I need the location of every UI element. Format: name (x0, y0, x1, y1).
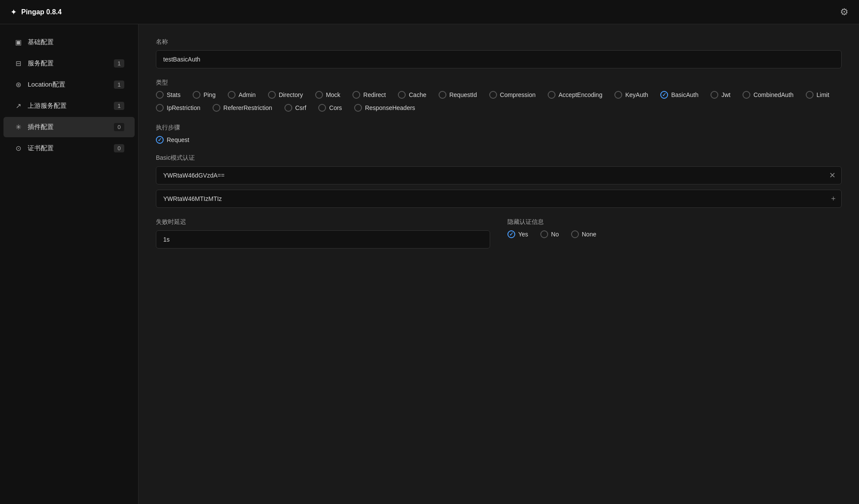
type-radio-label-ping: Ping (203, 91, 216, 98)
type-radio-label-responseheaders: ResponseHeaders (365, 104, 415, 111)
type-radio-cache[interactable] (398, 91, 406, 99)
type-radio-stats[interactable] (156, 91, 164, 99)
type-radio-jwt[interactable] (710, 91, 718, 99)
sidebar-label-cert: 证书配置 (28, 144, 54, 152)
type-radio-requestid[interactable] (439, 91, 446, 99)
type-radio-redirect[interactable] (352, 91, 360, 99)
auth-input-1-wrapper: ✕ (156, 166, 842, 184)
type-radio-item-basicauth[interactable]: BasicAuth (660, 91, 698, 99)
type-radio-label-combinedauth: CombinedAuth (753, 91, 794, 98)
type-radio-item-mock[interactable]: Mock (315, 91, 340, 99)
hide-auth-radio-label-none: None (582, 231, 596, 238)
settings-icon[interactable]: ⚙ (840, 6, 849, 18)
app-title: Pingap 0.8.4 (21, 8, 61, 16)
hide-auth-radio-none[interactable] (571, 230, 579, 238)
type-radio-label-limit: Limit (817, 91, 830, 98)
type-radio-refererrestriction[interactable] (213, 104, 220, 112)
sidebar-label-basic: 基础配置 (28, 38, 54, 46)
type-radio-item-stats[interactable]: Stats (156, 91, 181, 99)
type-radio-item-cors[interactable]: Cors (318, 104, 342, 112)
type-radio-item-limit[interactable]: Limit (806, 91, 830, 99)
type-radio-keyauth[interactable] (614, 91, 622, 99)
auth-add-button[interactable]: + (831, 194, 836, 204)
type-radio-item-iprestriction[interactable]: IpRestriction (156, 104, 200, 112)
type-radio-label-cors: Cors (329, 104, 342, 111)
type-radio-ping[interactable] (193, 91, 200, 99)
sidebar-icon-location: ⊛ (14, 81, 23, 89)
type-radio-item-jwt[interactable]: Jwt (710, 91, 730, 99)
step-label: 执行步骤 (156, 124, 842, 132)
hide-auth-radio-item-no[interactable]: No (540, 230, 559, 238)
hide-auth-radio-item-yes[interactable]: Yes (507, 230, 528, 238)
type-radio-label-csrf: Csrf (295, 104, 307, 111)
type-radio-item-combinedauth[interactable]: CombinedAuth (743, 91, 794, 99)
type-radio-basicauth[interactable] (660, 91, 668, 99)
sidebar-icon-plugin: ✳ (14, 123, 23, 131)
hide-auth-label: 隐藏认证信息 (507, 218, 842, 226)
type-radio-item-csrf[interactable]: Csrf (284, 104, 307, 112)
sidebar-icon-upstream: ↗ (14, 102, 23, 110)
sidebar-label-service: 服务配置 (28, 59, 54, 68)
type-radio-item-ping[interactable]: Ping (193, 91, 216, 99)
type-radio-item-admin[interactable]: Admin (228, 91, 256, 99)
auth-remove-button[interactable]: ✕ (829, 171, 836, 180)
basic-auth-label: Basic模式认证 (156, 154, 842, 162)
type-radio-label-requestid: RequestId (449, 91, 477, 98)
type-radio-csrf[interactable] (284, 104, 292, 112)
step-request-radio[interactable] (156, 136, 164, 144)
type-radio-label-admin: Admin (239, 91, 256, 98)
type-radio-item-keyauth[interactable]: KeyAuth (614, 91, 648, 99)
type-radio-limit[interactable] (806, 91, 814, 99)
type-radio-label-redirect: Redirect (363, 91, 386, 98)
sidebar-badge-service: 1 (114, 59, 124, 68)
main-content: 名称 类型 StatsPingAdminDirectoryMockRedirec… (139, 24, 859, 504)
type-radio-item-compression[interactable]: Compression (489, 91, 536, 99)
hide-auth-radio-yes[interactable] (507, 230, 515, 238)
step-section: 执行步骤 Request (156, 124, 842, 144)
sidebar-item-plugin[interactable]: ✳插件配置0 (3, 117, 135, 137)
type-radio-combinedauth[interactable] (743, 91, 750, 99)
sidebar-item-upstream[interactable]: ↗上游服务配置1 (3, 96, 135, 116)
type-radio-compression[interactable] (489, 91, 497, 99)
type-radio-admin[interactable] (228, 91, 236, 99)
sidebar-badge-cert: 0 (114, 144, 124, 152)
sidebar-item-basic[interactable]: ▣基础配置 (3, 32, 135, 52)
type-radio-item-refererrestriction[interactable]: RefererRestriction (213, 104, 272, 112)
type-label: 类型 (156, 79, 842, 87)
auth-input-1[interactable] (156, 166, 842, 184)
type-radio-item-requestid[interactable]: RequestId (439, 91, 477, 99)
type-radio-cors[interactable] (318, 104, 326, 112)
sidebar-icon-service: ⊟ (14, 59, 23, 68)
type-radio-directory[interactable] (268, 91, 276, 99)
name-input[interactable] (156, 50, 842, 68)
step-request-item[interactable]: Request (156, 136, 830, 144)
type-radio-label-jwt: Jwt (721, 91, 730, 98)
type-radio-responseheaders[interactable] (354, 104, 362, 112)
delay-input[interactable] (156, 230, 490, 249)
sidebar-item-service[interactable]: ⊟服务配置1 (3, 53, 135, 74)
sidebar-item-location[interactable]: ⊛Location配置1 (3, 74, 135, 95)
type-radio-iprestriction[interactable] (156, 104, 164, 112)
bottom-fields: 失败时延迟 隐藏认证信息 YesNoNone (156, 218, 842, 249)
type-radio-mock[interactable] (315, 91, 323, 99)
hide-auth-radio-item-none[interactable]: None (571, 230, 596, 238)
name-label: 名称 (156, 38, 842, 46)
auth-input-2[interactable] (156, 190, 842, 208)
step-request-label: Request (167, 136, 189, 143)
type-radio-item-cache[interactable]: Cache (398, 91, 426, 99)
sidebar-badge-plugin: 0 (114, 123, 124, 131)
type-radio-label-directory: Directory (279, 91, 303, 98)
type-radio-item-acceptencoding[interactable]: AcceptEncoding (548, 91, 602, 99)
type-radio-item-directory[interactable]: Directory (268, 91, 303, 99)
type-radio-item-redirect[interactable]: Redirect (352, 91, 386, 99)
type-radio-label-compression: Compression (500, 91, 536, 98)
header-left: ✦ Pingap 0.8.4 (10, 7, 61, 17)
hide-auth-radio-no[interactable] (540, 230, 548, 238)
type-radio-label-cache: Cache (409, 91, 426, 98)
type-radio-label-mock: Mock (326, 91, 340, 98)
sidebar-item-cert[interactable]: ⊙证书配置0 (3, 138, 135, 158)
sidebar-icon-basic: ▣ (14, 38, 23, 46)
type-radio-label-keyauth: KeyAuth (625, 91, 648, 98)
type-radio-item-responseheaders[interactable]: ResponseHeaders (354, 104, 415, 112)
type-radio-acceptencoding[interactable] (548, 91, 555, 99)
